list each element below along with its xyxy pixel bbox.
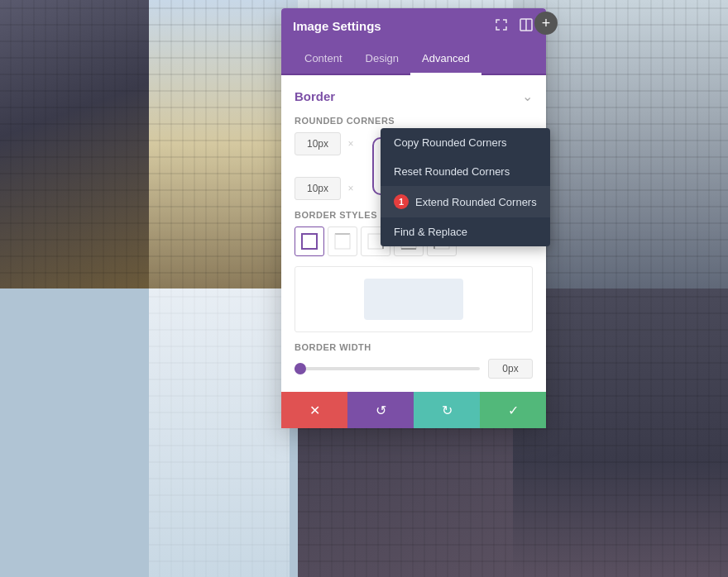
context-item-label-4: Find & Replace bbox=[394, 226, 467, 238]
tab-content[interactable]: Content bbox=[293, 44, 354, 75]
style-top-button[interactable] bbox=[328, 227, 357, 256]
building-texture-1 bbox=[0, 0, 149, 288]
bg-cell-1 bbox=[0, 0, 149, 288]
building-texture-mid bbox=[149, 288, 290, 577]
border-preview-inner bbox=[364, 279, 463, 320]
border-width-label: Border Width bbox=[295, 342, 533, 352]
tab-design[interactable]: Design bbox=[354, 44, 410, 75]
slider-thumb[interactable] bbox=[295, 363, 306, 374]
context-item-label-2: Reset Rounded Corners bbox=[394, 165, 510, 178]
panel-title: Image Settings bbox=[293, 19, 381, 33]
border-width-row: 0px bbox=[295, 359, 533, 379]
collapse-button[interactable]: ⌄ bbox=[522, 88, 533, 104]
undo-icon: ↺ bbox=[376, 403, 386, 418]
header-icons bbox=[493, 17, 534, 36]
context-reset-rounded-corners[interactable]: Reset Rounded Corners bbox=[381, 157, 550, 186]
redo-button[interactable]: ↻ bbox=[414, 392, 480, 428]
border-width-slider[interactable] bbox=[295, 367, 480, 370]
corner-tl-input[interactable]: 10px bbox=[295, 132, 341, 155]
svg-rect-3 bbox=[335, 234, 350, 249]
plus-icon: + bbox=[542, 15, 551, 32]
context-menu: Copy Rounded Corners Reset Rounded Corne… bbox=[381, 128, 550, 246]
context-extend-rounded-corners[interactable]: 1 Extend Rounded Corners bbox=[381, 186, 550, 217]
bg-cell-2 bbox=[149, 0, 298, 288]
context-copy-rounded-corners[interactable]: Copy Rounded Corners bbox=[381, 128, 550, 157]
border-width-input[interactable]: 0px bbox=[488, 359, 533, 379]
cancel-button[interactable]: ✕ bbox=[281, 392, 347, 428]
slider-track bbox=[295, 367, 480, 370]
redo-icon: ↻ bbox=[442, 403, 453, 418]
bg-cell-mid-bottom bbox=[149, 288, 290, 577]
corner-bl-group: 10px × bbox=[295, 177, 359, 200]
panel-tabs: Content Design Advanced bbox=[281, 44, 546, 75]
expand-icon[interactable] bbox=[493, 17, 510, 36]
corner-inputs-left: 10px × 10px × bbox=[295, 132, 359, 200]
rounded-corners-label: Rounded Corners bbox=[295, 116, 533, 126]
add-button[interactable]: + bbox=[534, 12, 558, 35]
panel-footer: ✕ ↺ ↻ ✓ bbox=[281, 392, 546, 428]
context-find-replace[interactable]: Find & Replace bbox=[381, 217, 550, 246]
border-title: Border bbox=[295, 89, 335, 103]
panel-header: Image Settings + bbox=[281, 8, 546, 44]
undo-button[interactable]: ↺ bbox=[347, 392, 414, 428]
border-section-header: Border ⌄ bbox=[295, 88, 533, 104]
corner-tl-clear[interactable]: × bbox=[342, 132, 359, 155]
save-button[interactable]: ✓ bbox=[480, 392, 546, 428]
border-preview bbox=[295, 266, 533, 332]
corner-tl-group: 10px × bbox=[295, 132, 359, 155]
save-icon: ✓ bbox=[508, 403, 519, 418]
building-texture-2 bbox=[149, 0, 298, 288]
layout-icon[interactable] bbox=[518, 17, 534, 36]
style-all-button[interactable] bbox=[295, 227, 324, 256]
context-item-label-1: Copy Rounded Corners bbox=[394, 136, 507, 149]
corner-bl-clear[interactable]: × bbox=[342, 177, 359, 200]
tab-advanced[interactable]: Advanced bbox=[410, 44, 481, 75]
svg-rect-5 bbox=[335, 234, 350, 249]
cancel-icon: ✕ bbox=[309, 403, 320, 418]
extend-badge: 1 bbox=[394, 194, 409, 209]
corner-bl-input[interactable]: 10px bbox=[295, 177, 341, 200]
svg-rect-2 bbox=[302, 234, 317, 249]
context-item-label-3: Extend Rounded Corners bbox=[415, 196, 537, 208]
border-width-field: Border Width 0px bbox=[295, 342, 533, 389]
